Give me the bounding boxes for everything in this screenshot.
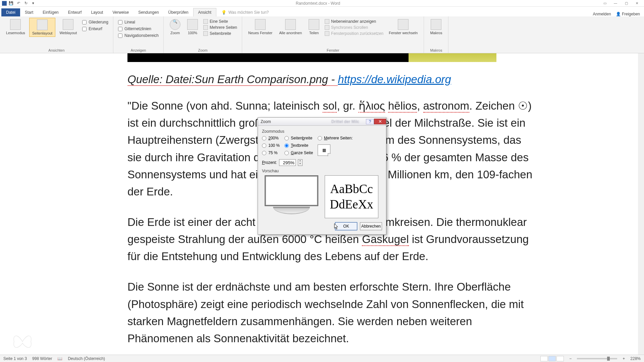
page-width-button[interactable]: Seitenbreite [203, 31, 237, 36]
macros-icon [431, 19, 441, 30]
arrange-all-icon [285, 19, 296, 30]
percent-label: Prozent: [262, 160, 277, 165]
group-zoom: 🔍Zoom 100% Eine Seite Mehrere Seiten Sei… [164, 16, 242, 53]
zoom-100-icon [187, 19, 198, 30]
radio-whole-page[interactable]: Ganze Seite [284, 150, 313, 155]
ok-button[interactable]: OK [335, 222, 357, 230]
group-window-label: Fenster [246, 48, 420, 52]
sync-scroll-button: Synchrones Scrollen [325, 25, 383, 30]
switch-windows-button[interactable]: Fenster wechseln [386, 18, 420, 36]
dialog-help-icon[interactable]: ? [366, 119, 374, 124]
minimize-icon[interactable]: — [610, 0, 621, 6]
tab-review[interactable]: Überprüfen [164, 8, 193, 16]
side-by-side-icon [325, 19, 329, 24]
read-mode-button[interactable]: Lesemodus [3, 18, 28, 36]
percent-spinner[interactable]: ▲▼ [298, 159, 303, 166]
view-print-icon[interactable] [548, 356, 556, 361]
redo-icon[interactable]: ↻ [23, 0, 29, 6]
image-black-region [127, 53, 409, 62]
monitor-screen-icon [265, 175, 318, 206]
reset-window-button: Fensterposition zurücksetzen [325, 31, 383, 36]
split-button[interactable]: Teilen [306, 18, 322, 36]
tab-mailings[interactable]: Sendungen [133, 8, 163, 16]
spinner-down-icon[interactable]: ▼ [298, 163, 302, 166]
navpane-check[interactable]: Navigationsbereich [118, 33, 159, 38]
status-language[interactable]: Deutsch (Österreich) [68, 356, 105, 361]
save-icon[interactable]: 💾 [8, 0, 14, 6]
ribbon-tabs: Datei Start Einfügen Entwurf Layout Verw… [0, 7, 644, 16]
status-spellcheck-icon[interactable]: 📖 [57, 356, 62, 361]
gridlines-check[interactable]: Gitternetzlinien [118, 26, 159, 31]
wikipedia-link-1[interactable]: https://de.wikipedia.org [338, 73, 451, 85]
zoom-out-icon[interactable]: − [569, 356, 572, 361]
draft-check[interactable]: Entwurf [82, 26, 108, 31]
tab-view[interactable]: Ansicht [193, 8, 216, 16]
embedded-image[interactable] [127, 53, 496, 62]
switch-windows-icon [398, 19, 409, 30]
tab-file[interactable]: Datei [1, 8, 20, 16]
group-zoom-label: Zoom [167, 48, 238, 52]
tell-me-placeholder: Was möchten Sie tun? [228, 10, 269, 15]
title-bar: 💾 ↶ ↻ ▾ Randomtext.docx - Word ▭ — ▢ ✕ [0, 0, 644, 7]
radio-text-width[interactable]: Textbreite [284, 143, 313, 148]
signin-link[interactable]: Anmelden [593, 12, 611, 16]
new-window-button[interactable]: Neues Fenster [246, 18, 275, 36]
cancel-button[interactable]: Abbrechen [360, 222, 382, 230]
side-by-side-button[interactable]: Nebeneinander anzeigen [325, 19, 383, 24]
page-width-icon [203, 31, 208, 36]
zoom-in-icon[interactable]: + [623, 356, 625, 361]
tab-insert[interactable]: Einfügen [38, 8, 63, 16]
tab-start[interactable]: Start [20, 8, 38, 16]
dialog-close-icon[interactable]: ✕ [374, 119, 386, 124]
view-buttons [540, 356, 564, 361]
vertical-scrollbar[interactable] [638, 53, 644, 355]
zoom-slider-thumb[interactable] [607, 357, 610, 361]
status-page[interactable]: Seite 1 von 3 [3, 356, 27, 361]
radio-100[interactable]: 100 % [262, 143, 280, 148]
ruler-check[interactable]: Lineal [118, 20, 159, 24]
tab-layout[interactable]: Layout [86, 8, 108, 16]
view-read-icon[interactable] [540, 356, 548, 361]
ribbon: Lesemodus Seitenlayout Weblayout Glieder… [0, 16, 644, 53]
macros-button[interactable]: Makros [427, 18, 445, 36]
status-words[interactable]: 998 Wörter [32, 356, 52, 361]
web-layout-button[interactable]: Weblayout [57, 18, 79, 36]
percent-input[interactable] [279, 159, 296, 166]
share-button[interactable]: 👤 Freigeben [616, 12, 640, 16]
tab-references[interactable]: Verweise [108, 8, 133, 16]
undo-icon[interactable]: ↶ [15, 0, 21, 6]
radio-many-pages[interactable]: Mehrere Seiten: [318, 136, 353, 140]
window-controls: ▭ — ▢ ✕ [600, 0, 644, 6]
maximize-icon[interactable]: ▢ [621, 0, 631, 6]
sync-scroll-icon [325, 25, 329, 30]
dialog-titlebar[interactable]: Zoom Drittel der Milc ? ✕ [258, 118, 386, 126]
lightbulb-icon: 💡 [221, 10, 226, 15]
sample-text-box: AaBbCcDdEeXx [325, 175, 378, 218]
radio-75[interactable]: 75 % [262, 150, 280, 155]
window-title: Randomtext.docx - Word [36, 1, 600, 6]
read-mode-icon [10, 19, 21, 30]
outline-check[interactable]: Gliederung [82, 20, 108, 24]
arrange-all-button[interactable]: Alle anordnen [276, 18, 305, 36]
zoom-100-button[interactable]: 100% [184, 18, 201, 36]
image-yellow-region [409, 53, 496, 62]
radio-200[interactable]: 200% [262, 136, 280, 140]
print-layout-icon [37, 19, 48, 30]
spinner-up-icon[interactable]: ▲ [298, 160, 302, 163]
print-layout-button[interactable]: Seitenlayout [29, 18, 56, 37]
qat-more-icon[interactable]: ▾ [30, 0, 36, 6]
tell-me-search[interactable]: 💡 Was möchten Sie tun? [220, 8, 270, 16]
preview-label: Vorschau [262, 169, 382, 173]
close-icon[interactable]: ✕ [632, 0, 642, 6]
one-page-button[interactable]: Eine Seite [203, 19, 237, 24]
view-web-icon[interactable] [556, 356, 564, 361]
zoom-slider[interactable] [577, 358, 617, 359]
multi-pages-button[interactable]: Mehrere Seiten [203, 25, 237, 30]
many-pages-picker[interactable]: ▦ [318, 144, 330, 156]
zoom-button[interactable]: 🔍Zoom [167, 18, 183, 36]
group-window: Neues Fenster Alle anordnen Teilen Neben… [242, 16, 424, 53]
status-zoom[interactable]: 228% [630, 356, 641, 361]
tab-design[interactable]: Entwurf [63, 8, 87, 16]
radio-page-width[interactable]: Seitenbreite [284, 136, 313, 140]
ribbon-options-icon[interactable]: ▭ [600, 0, 610, 6]
